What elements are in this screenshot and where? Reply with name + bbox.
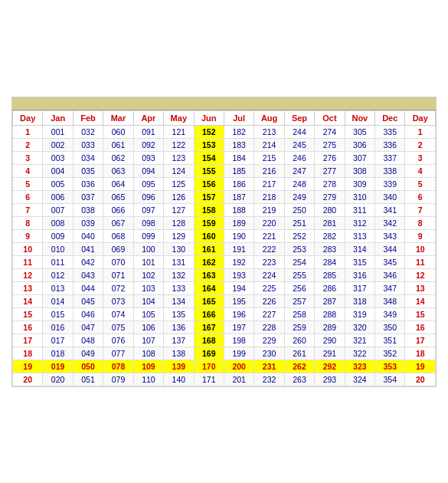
value-cell: 069 [103,242,133,255]
value-cell: 037 [73,190,103,203]
day-cell: 4 [13,164,43,177]
value-cell: 015 [43,307,73,320]
value-cell: 013 [43,281,73,294]
value-cell: 160 [194,229,224,242]
header-feb: Feb [73,110,103,125]
day-cell-end: 10 [405,242,436,255]
value-cell: 008 [43,216,73,229]
value-cell: 095 [133,177,163,190]
value-cell: 192 [224,255,253,268]
value-cell: 130 [164,242,194,255]
value-cell: 185 [224,164,253,177]
value-cell: 122 [164,138,194,151]
value-cell: 198 [224,334,253,347]
day-cell: 16 [13,320,43,334]
value-cell: 245 [284,138,314,151]
value-cell: 100 [133,242,163,255]
value-cell: 010 [43,242,73,255]
value-cell: 040 [73,229,103,242]
value-cell: 186 [224,177,253,190]
value-cell: 126 [164,190,194,203]
day-cell-end: 2 [405,138,436,151]
value-cell: 354 [375,373,405,386]
header-day: Day [405,110,436,125]
value-cell: 322 [345,347,374,360]
value-cell: 043 [73,268,103,281]
day-cell-end: 6 [405,190,436,203]
value-cell: 076 [103,334,133,347]
table-row: 1701704807610713716819822926029032135117 [13,334,436,347]
value-cell: 290 [315,334,345,347]
value-cell: 068 [103,229,133,242]
calendar-title [12,97,436,110]
value-cell: 063 [103,164,133,177]
value-cell: 339 [375,177,405,190]
value-cell: 102 [133,268,163,281]
day-cell-end: 18 [405,347,436,360]
value-cell: 096 [133,190,163,203]
day-cell: 5 [13,177,43,190]
value-cell: 250 [284,203,314,216]
day-cell-end: 5 [405,177,436,190]
value-cell: 061 [103,138,133,151]
value-cell: 309 [345,177,374,190]
value-cell: 253 [284,242,314,255]
calendar-container: DayJanFebMarAprMayJunJulAugSepOctNovDecD… [11,97,437,387]
value-cell: 168 [194,334,224,347]
value-cell: 258 [284,307,314,320]
value-cell: 167 [194,320,224,334]
value-cell: 218 [254,190,284,203]
value-cell: 350 [375,320,405,334]
value-cell: 078 [103,360,133,373]
value-cell: 347 [375,281,405,294]
value-cell: 124 [164,164,194,177]
value-cell: 044 [73,281,103,294]
value-cell: 257 [284,294,314,307]
value-cell: 153 [194,138,224,151]
value-cell: 128 [164,216,194,229]
day-cell: 20 [13,373,43,386]
day-cell: 3 [13,151,43,164]
value-cell: 164 [194,281,224,294]
day-cell-end: 3 [405,151,436,164]
value-cell: 277 [315,164,345,177]
day-cell-end: 4 [405,164,436,177]
value-cell: 123 [164,151,194,164]
value-cell: 131 [164,255,194,268]
day-cell-end: 13 [405,281,436,294]
value-cell: 009 [43,229,73,242]
table-row: 2002005107911014017120123226329332435420 [13,373,436,386]
header-jan: Jan [43,110,73,125]
day-cell: 19 [13,360,43,373]
value-cell: 286 [315,281,345,294]
value-cell: 104 [133,294,163,307]
value-cell: 200 [224,360,253,373]
value-cell: 346 [375,268,405,281]
value-cell: 045 [73,294,103,307]
value-cell: 348 [375,294,405,307]
value-cell: 191 [224,242,253,255]
value-cell: 187 [224,190,253,203]
value-cell: 060 [103,125,133,138]
value-cell: 229 [254,334,284,347]
value-cell: 201 [224,373,253,386]
value-cell: 079 [103,373,133,386]
value-cell: 284 [315,255,345,268]
value-cell: 094 [133,164,163,177]
value-cell: 316 [345,268,374,281]
value-cell: 042 [73,255,103,268]
value-cell: 032 [73,125,103,138]
value-cell: 018 [43,347,73,360]
value-cell: 051 [73,373,103,386]
day-cell: 9 [13,229,43,242]
value-cell: 193 [224,268,253,281]
day-cell-end: 16 [405,320,436,334]
value-cell: 244 [284,125,314,138]
value-cell: 070 [103,255,133,268]
value-cell: 121 [164,125,194,138]
table-row: 1201204307110213216319322425528531634612 [13,268,436,281]
value-cell: 349 [375,307,405,320]
value-cell: 345 [375,255,405,268]
value-cell: 352 [375,347,405,360]
table-row: 1901905007810913917020023126229232335319 [13,360,436,373]
